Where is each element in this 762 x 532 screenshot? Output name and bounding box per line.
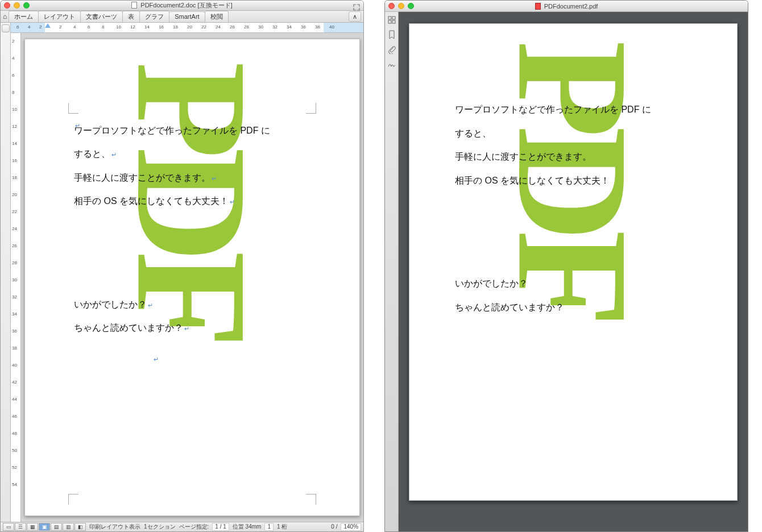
pdf-page[interactable]: PDF ワープロソフトなどで作ったファイルを PDF に すると、 手軽に人に渡… — [409, 23, 738, 501]
attachment-icon[interactable] — [387, 45, 396, 54]
svg-rect-0 — [388, 16, 391, 19]
view-draft-button[interactable]: ▭ — [3, 523, 14, 531]
pdf-titlebar: PDFdocument2.pdf — [385, 1, 748, 12]
bookmark-icon[interactable] — [387, 30, 396, 39]
tab-review[interactable]: 校閲 — [205, 11, 229, 22]
ruler-tick: 2 — [12, 39, 14, 44]
ruler-tick: 8 — [12, 90, 14, 95]
ruler-tick: 12 — [12, 124, 17, 129]
view-web-button[interactable]: ▦ — [27, 523, 38, 531]
ruler-tick: 36 — [301, 24, 306, 30]
view-focus-button[interactable]: ◧ — [74, 523, 86, 531]
ruler-tick: 46 — [12, 414, 17, 419]
status-page-value[interactable]: 1 / 1 — [212, 523, 229, 531]
tab-doc-parts[interactable]: 文書パーツ — [80, 11, 123, 22]
view-print-layout-button[interactable]: ▣ — [39, 523, 50, 531]
selection-tool-button[interactable] — [2, 24, 10, 32]
ruler-tick: 34 — [12, 311, 17, 317]
status-view-label: 印刷レイアウト表示 — [89, 523, 140, 531]
fullscreen-icon[interactable] — [353, 3, 360, 10]
text-line: すると、↵ — [74, 142, 310, 166]
ruler-tick: 2 — [39, 24, 42, 30]
signature-icon[interactable] — [387, 60, 396, 69]
ruler-tick: 6 — [12, 73, 14, 78]
ruler-tick: 20 — [12, 192, 17, 197]
ruler-tick: 6 — [88, 24, 90, 30]
page-scroll[interactable]: PDF ↵ ワープロソフトなどで作ったファイルを PDF に すると、↵ 手軽に… — [21, 33, 363, 522]
ruler-tick: 18 — [173, 24, 178, 30]
svg-rect-2 — [388, 20, 391, 23]
text-line: 相手の OS を気にしなくても大丈夫！↵ — [74, 189, 310, 213]
ruler-tick: 38 — [315, 24, 320, 30]
text-line: 相手の OS を気にしなくても大丈夫！ — [455, 169, 691, 193]
margin-mark-icon — [68, 494, 80, 505]
ruler-tick: 36 — [12, 329, 17, 334]
ruler-tick: 30 — [258, 24, 263, 30]
tab-layout[interactable]: レイアウト — [38, 11, 81, 22]
tab-home[interactable]: ホーム — [9, 11, 39, 22]
margin-mark-icon — [305, 494, 316, 505]
horizontal-ruler[interactable]: 6 4 2 2 4 6 8 10 12 14 16 18 20 22 24 26… — [11, 23, 363, 33]
doc-file-icon — [131, 2, 137, 9]
home-icon[interactable]: ⌂ — [3, 13, 7, 20]
pilcrow-icon: ↵ — [230, 198, 235, 205]
ruler-tick: 50 — [12, 448, 17, 453]
vertical-ruler[interactable]: 2 4 6 8 10 12 14 16 18 20 22 24 26 28 30… — [11, 33, 21, 522]
thumbnails-icon[interactable] — [387, 15, 396, 24]
ruler-tick: 4 — [28, 24, 30, 30]
ruler-tick: 8 — [102, 24, 104, 30]
indent-marker-icon[interactable] — [45, 23, 51, 28]
pilcrow-icon: ↵ — [148, 302, 153, 309]
margin-mark-icon — [305, 102, 316, 113]
view-notebook-button[interactable]: ▤ — [51, 523, 62, 531]
ruler-tick: 40 — [12, 363, 17, 368]
tab-table[interactable]: 表 — [122, 11, 140, 22]
text-line: すると、 — [455, 122, 691, 146]
ruler-tick: 4 — [12, 56, 14, 61]
pdf-file-icon — [535, 3, 541, 10]
ruler-tick: 34 — [287, 24, 292, 30]
margin-mark-icon — [68, 102, 80, 113]
body-text[interactable]: ↵ ワープロソフトなどで作ったファイルを PDF に すると、↵ 手軽に人に渡す… — [74, 113, 310, 368]
ruler-tick: 14 — [144, 24, 150, 30]
doc-area: 6 4 2 2 4 6 8 10 12 14 16 18 20 22 24 26… — [11, 23, 363, 522]
status-section: 1セクション — [144, 523, 176, 531]
page-content: PDF ↵ ワープロソフトなどで作ったファイルを PDF に すると、↵ 手軽に… — [74, 113, 310, 493]
status-words: 0 / — [331, 523, 337, 530]
status-position: 位置 34mm — [233, 523, 262, 531]
word-titlebar: PDFdocument2.doc [互換モード] — [1, 1, 363, 11]
ruler-tick: 6 — [16, 24, 19, 30]
view-outline-button[interactable]: ☰ — [15, 523, 26, 531]
tab-chart[interactable]: グラフ — [139, 11, 169, 22]
page-wrap: 2 4 6 8 10 12 14 16 18 20 22 24 26 28 30… — [11, 33, 363, 522]
ruler-tick: 4 — [73, 24, 76, 30]
ruler-tick: 42 — [12, 380, 17, 385]
ruler-tick: 44 — [12, 397, 17, 402]
ruler-tick: 16 — [12, 158, 17, 163]
ruler-tick: 10 — [12, 107, 17, 112]
text-line-serif: いかがでしたか？ — [455, 272, 691, 296]
ruler-tick: 40 — [329, 24, 334, 30]
ruler-tick: 22 — [12, 209, 17, 214]
ruler-tick: 24 — [12, 226, 17, 231]
ruler-tick: 12 — [130, 24, 135, 30]
word-window: PDFdocument2.doc [互換モード] ⌂ ホーム レイアウト 文書パ… — [0, 0, 364, 532]
ruler-tick: 48 — [12, 431, 17, 436]
text-line: 手軽に人に渡すことができます。↵ — [74, 166, 310, 190]
pdf-window-title: PDFdocument2.pdf — [385, 3, 748, 10]
document-page[interactable]: PDF ↵ ワープロソフトなどで作ったファイルを PDF に すると、↵ 手軽に… — [24, 39, 360, 516]
ruler-tick: 52 — [12, 465, 17, 470]
ruler-tick: 14 — [12, 141, 17, 146]
status-col: 1 桁 — [277, 523, 287, 531]
pdf-page-content: PDF ワープロソフトなどで作ったファイルを PDF に すると、 手軽に人に渡… — [455, 92, 691, 477]
svg-rect-3 — [392, 20, 395, 23]
ruler-tick: 54 — [12, 482, 17, 487]
view-publishing-button[interactable]: ▥ — [63, 523, 74, 531]
tab-smartart[interactable]: SmartArt — [169, 11, 205, 21]
help-button[interactable]: ∧ — [349, 11, 361, 22]
ruler-tick: 10 — [116, 24, 121, 30]
status-page-label: ページ指定: — [179, 523, 209, 531]
left-gutter — [1, 23, 11, 522]
pdf-viewport[interactable]: PDF ワープロソフトなどで作ったファイルを PDF に すると、 手軽に人に渡… — [399, 12, 748, 531]
status-zoom[interactable]: 140% — [341, 523, 361, 531]
